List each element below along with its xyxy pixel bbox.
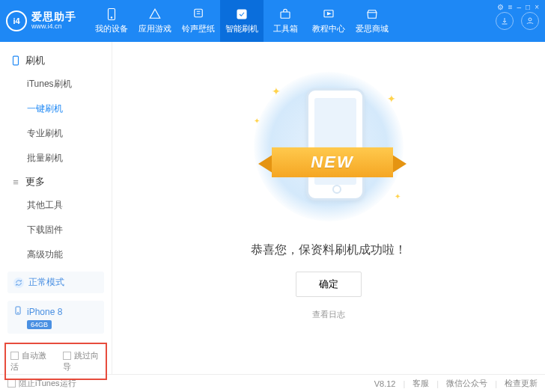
nav-device[interactable]: 我的设备: [90, 0, 133, 42]
app-header: i4 爱思助手 www.i4.cn 我的设备应用游戏铃声壁纸智能刷机工具箱教程中…: [0, 0, 545, 42]
sidebar-item[interactable]: 专业刷机: [0, 121, 112, 146]
logo-icon: i4: [6, 10, 27, 31]
nav-label: 我的设备: [95, 23, 128, 34]
tutorial-icon: [322, 7, 335, 21]
success-illustration: ✦ ✦ ✦ ✦ NEW: [239, 72, 418, 221]
nav-ringtone[interactable]: 铃声壁纸: [177, 0, 220, 42]
nav-tutorial[interactable]: 教程中心: [307, 0, 350, 42]
nav-label: 工具箱: [273, 23, 298, 34]
auto-activate-checkbox[interactable]: 自动激活: [10, 350, 49, 373]
mode-status[interactable]: 正常模式: [7, 272, 104, 293]
flash-icon: [235, 7, 249, 21]
top-nav: 我的设备应用游戏铃声壁纸智能刷机工具箱教程中心爱思商城: [90, 0, 394, 42]
win-close[interactable]: ×: [535, 3, 539, 11]
sidebar-item[interactable]: 一键刷机: [0, 97, 112, 121]
sidebar: 刷机iTunes刷机一键刷机专业刷机批量刷机≡更多其他工具下载固件高级功能 正常…: [0, 42, 112, 374]
version-label: V8.12: [374, 379, 396, 388]
confirm-button[interactable]: 确定: [296, 272, 362, 297]
win-minimize[interactable]: –: [517, 3, 522, 11]
update-link[interactable]: 检查更新: [505, 378, 538, 389]
sidebar-item[interactable]: iTunes刷机: [0, 72, 112, 97]
svg-point-6: [529, 18, 532, 21]
sidebar-group-0: 刷机: [0, 49, 112, 72]
main-content: ✦ ✦ ✦ ✦ NEW 恭喜您，保资料刷机成功啦！ 确定 查看日志: [112, 42, 545, 374]
sidebar-item[interactable]: 批量刷机: [0, 146, 112, 171]
user-button[interactable]: [521, 12, 539, 30]
nav-label: 应用游戏: [138, 23, 171, 34]
device-icon: [105, 7, 118, 21]
download-button[interactable]: [496, 12, 514, 30]
nav-label: 教程中心: [312, 23, 345, 34]
svg-rect-4: [281, 12, 290, 18]
phone-icon: [13, 305, 22, 318]
svg-point-1: [111, 17, 112, 19]
nav-toolbox[interactable]: 工具箱: [264, 0, 307, 42]
support-link[interactable]: 客服: [412, 378, 429, 389]
view-log-link[interactable]: 查看日志: [312, 309, 345, 320]
nav-flash[interactable]: 智能刷机: [220, 0, 264, 42]
nav-label: 爱思商城: [356, 23, 389, 34]
win-settings-icon[interactable]: ⚙: [497, 3, 504, 11]
svg-rect-2: [195, 9, 203, 17]
app-url: www.i4.cn: [31, 23, 76, 31]
sidebar-item[interactable]: 下载固件: [0, 218, 112, 242]
skip-guide-checkbox[interactable]: 跳过向导: [63, 350, 102, 373]
toolbox-icon: [278, 7, 292, 21]
app-logo: i4 爱思助手 www.i4.cn: [6, 10, 76, 31]
group-icon: [10, 55, 21, 66]
nav-store[interactable]: 爱思商城: [350, 0, 394, 42]
success-message: 恭喜您，保资料刷机成功啦！: [251, 242, 407, 258]
win-grid-icon[interactable]: ≡: [508, 3, 513, 11]
mode-label: 正常模式: [28, 276, 64, 289]
win-maximize[interactable]: □: [526, 3, 530, 11]
refresh-icon: [13, 278, 24, 288]
device-name: iPhone 8: [27, 307, 62, 317]
svg-point-9: [18, 313, 19, 313]
store-icon: [365, 7, 379, 21]
sidebar-item[interactable]: 高级功能: [0, 242, 112, 267]
nav-apps[interactable]: 应用游戏: [133, 0, 177, 42]
group-icon: ≡: [10, 177, 21, 188]
options-highlight: 自动激活 跳过向导: [4, 343, 107, 380]
svg-rect-7: [13, 56, 19, 65]
nav-label: 智能刷机: [225, 23, 258, 34]
ringtone-icon: [192, 7, 205, 21]
sidebar-item[interactable]: 其他工具: [0, 193, 112, 218]
wechat-link[interactable]: 微信公众号: [446, 378, 487, 389]
new-ribbon: NEW: [254, 143, 411, 183]
device-block[interactable]: iPhone 8 64GB: [7, 301, 104, 334]
apps-icon: [148, 7, 162, 21]
nav-label: 铃声壁纸: [182, 23, 215, 34]
storage-badge: 64GB: [27, 320, 52, 329]
sidebar-group-1: ≡更多: [0, 171, 112, 193]
app-name: 爱思助手: [31, 11, 76, 22]
